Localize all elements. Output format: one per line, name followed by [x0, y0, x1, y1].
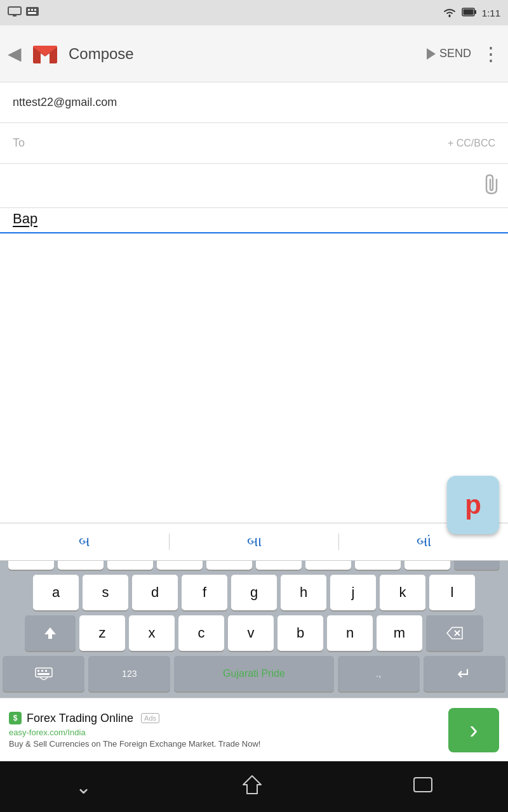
suggestion-item-1[interactable]: બા — [170, 534, 339, 550]
key-n[interactable]: n — [327, 615, 373, 651]
svg-point-7 — [448, 15, 450, 16]
svg-rect-17 — [41, 670, 43, 672]
svg-rect-15 — [36, 668, 52, 677]
ad-body: Buy & Sell Currencies on The Foreign Exc… — [9, 739, 441, 749]
wifi-icon — [443, 6, 457, 20]
key-delete[interactable] — [426, 615, 483, 651]
svg-rect-18 — [45, 670, 47, 672]
key-j[interactable]: j — [330, 575, 376, 610]
svg-marker-12 — [44, 627, 56, 639]
delete-icon — [446, 626, 464, 640]
shift-icon — [43, 626, 57, 640]
key-numbers[interactable]: 123 — [88, 656, 170, 691]
gmail-logo — [28, 37, 62, 71]
svg-rect-3 — [28, 9, 30, 11]
paperclip-icon — [483, 173, 500, 196]
ads-badge: Ads — [141, 713, 159, 723]
suggestion-item-0[interactable]: બ — [0, 534, 170, 550]
battery-icon — [462, 8, 477, 18]
key-k[interactable]: k — [380, 575, 425, 610]
key-keyboard-switch[interactable] — [3, 656, 84, 691]
back-button[interactable]: ◀ — [8, 43, 22, 64]
key-m[interactable]: m — [377, 615, 422, 651]
floating-key-label: p — [465, 490, 481, 520]
key-d[interactable]: d — [132, 575, 178, 610]
svg-rect-9 — [474, 10, 476, 14]
key-a[interactable]: a — [33, 575, 79, 610]
keyboard-status-icon — [25, 6, 39, 19]
key-punctuation[interactable]: ., — [338, 656, 420, 691]
from-field: nttest22@gmail.com — [0, 82, 508, 123]
send-icon — [427, 48, 436, 60]
status-bar: 1:11 — [0, 0, 508, 25]
nav-recents-button[interactable] — [413, 777, 432, 797]
recents-icon — [413, 777, 432, 792]
subject-value: Bap — [13, 211, 495, 232]
app-title: Compose — [69, 45, 427, 63]
status-right: 1:11 — [443, 6, 500, 20]
svg-rect-6 — [28, 12, 36, 14]
key-z[interactable]: z — [79, 615, 125, 651]
screen-icon — [8, 6, 22, 19]
ad-content: $ Forex Trading Online Ads easy-forex.co… — [9, 712, 441, 749]
nav-bar: ⌄ — [0, 761, 508, 812]
body-area[interactable] — [0, 233, 508, 360]
svg-rect-2 — [26, 7, 39, 16]
compose-area: nttest22@gmail.com To + CC/BCC Bap — [0, 82, 508, 233]
svg-marker-20 — [243, 776, 261, 794]
key-x[interactable]: x — [129, 615, 175, 651]
svg-rect-10 — [463, 9, 473, 15]
key-g[interactable]: g — [231, 575, 277, 610]
key-c[interactable]: c — [178, 615, 224, 651]
ad-cta-icon: › — [469, 716, 478, 744]
key-l[interactable]: l — [429, 575, 475, 610]
status-left — [8, 6, 39, 19]
svg-rect-1 — [13, 15, 17, 16]
key-gujarati-pride[interactable]: Gujarati Pride — [174, 656, 333, 691]
keyboard-row-2: a s d f g h j k l — [0, 572, 508, 613]
svg-rect-19 — [37, 673, 50, 675]
key-h[interactable]: h — [281, 575, 326, 610]
keyboard-row-3: z x c v b n m — [0, 613, 508, 653]
to-label: To — [13, 136, 38, 150]
svg-rect-16 — [37, 670, 39, 672]
nav-back-button[interactable]: ⌄ — [76, 776, 91, 798]
ad-cta-button[interactable]: › — [448, 708, 499, 752]
key-enter[interactable]: ↵ — [424, 656, 505, 691]
app-bar: ◀ Compose SEND ⋮ — [0, 25, 508, 82]
punctuation-label: ., — [376, 669, 381, 679]
nav-home-button[interactable] — [242, 775, 262, 799]
keyboard-row-4: 123 Gujarati Pride ., ↵ — [0, 653, 508, 694]
svg-rect-0 — [8, 7, 21, 15]
floating-key-p[interactable]: p — [447, 476, 499, 534]
subject-field[interactable] — [0, 164, 508, 208]
numbers-label: 123 — [122, 669, 137, 679]
to-field[interactable]: To + CC/BCC — [0, 123, 508, 164]
home-icon — [242, 775, 262, 795]
svg-rect-5 — [34, 9, 36, 11]
from-email: nttest22@gmail.com — [13, 96, 495, 109]
ad-logo: $ — [9, 712, 22, 724]
key-v[interactable]: v — [228, 615, 274, 651]
key-b[interactable]: b — [277, 615, 323, 651]
key-shift[interactable] — [25, 615, 76, 651]
attach-button[interactable] — [483, 173, 500, 199]
time-display: 1:11 — [482, 8, 500, 18]
suggestion-item-2[interactable]: બાં — [339, 534, 508, 550]
enter-icon: ↵ — [457, 664, 471, 684]
ad-domain: easy-forex.com/India — [9, 728, 441, 737]
keyboard-switch-icon — [35, 667, 53, 680]
svg-rect-4 — [31, 9, 33, 11]
more-options-button[interactable]: ⋮ — [481, 43, 500, 65]
send-label: SEND — [439, 47, 471, 60]
suggestion-bar: બ બા બાં — [0, 523, 508, 561]
svg-rect-21 — [414, 778, 432, 792]
ime-label: Gujarati Pride — [223, 668, 285, 679]
key-s[interactable]: s — [83, 575, 128, 610]
subject-row[interactable]: Bap — [0, 208, 508, 233]
ad-title: Forex Trading Online — [27, 712, 133, 725]
cc-bcc-button[interactable]: + CC/BCC — [448, 138, 495, 149]
key-f[interactable]: f — [182, 575, 227, 610]
ad-bar: $ Forex Trading Online Ads easy-forex.co… — [0, 698, 508, 761]
send-button[interactable]: SEND — [427, 47, 471, 60]
